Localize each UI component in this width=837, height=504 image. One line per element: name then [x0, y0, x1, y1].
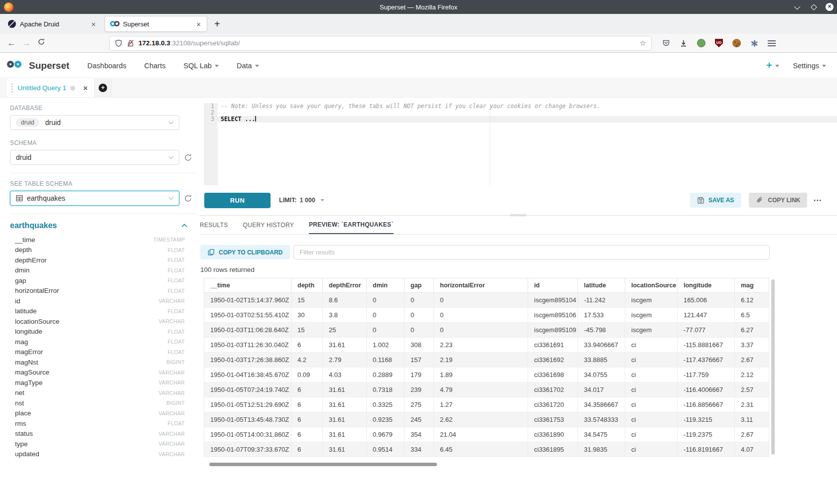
collapse-chevron-icon[interactable]	[181, 224, 187, 228]
table-schema-title[interactable]: earthquakes	[10, 221, 57, 230]
schema-column-row[interactable]: __timeTIMESTAMP	[10, 235, 185, 245]
window-close-button[interactable]: ×	[825, 2, 834, 11]
filter-results-input[interactable]	[293, 245, 770, 259]
table-row[interactable]: 1950-01-05T14:00:31.860Z631.610.96793542…	[204, 427, 769, 442]
table-header-cell[interactable]: depth	[291, 278, 323, 293]
schema-column-row[interactable]: magSourceVARCHAR	[10, 368, 185, 378]
schema-column-row[interactable]: placeVARCHAR	[10, 408, 185, 419]
table-header-cell[interactable]: depthError	[323, 278, 367, 293]
forward-button[interactable]: →	[19, 38, 34, 48]
table-row[interactable]: 1950-01-03T17:26:38.860Z4.22.790.1168157…	[204, 353, 769, 368]
copy-link-button[interactable]: COPY LINK	[749, 193, 807, 208]
downloads-icon[interactable]	[680, 39, 688, 47]
schema-column-row[interactable]: locationSourceVARCHAR	[10, 316, 185, 327]
schema-column-row[interactable]: horizontalErrorFLOAT	[10, 286, 185, 296]
copy-to-clipboard-button[interactable]: COPY TO CLIPBOARD	[200, 245, 290, 259]
query-tab-untitled-1[interactable]: Untitled Query 1 ×	[6, 79, 95, 97]
vertical-scrollbar[interactable]	[771, 279, 775, 455]
nav-dashboards[interactable]: Dashboards	[87, 62, 126, 70]
schema-column-row[interactable]: magErrorFLOAT	[10, 347, 185, 358]
tab-results[interactable]: RESULTS	[200, 216, 228, 234]
table-row[interactable]: 1950-01-03T11:26:30.040Z631.611.0023082.…	[204, 338, 769, 353]
horizontal-scrollbar[interactable]	[209, 463, 437, 466]
schema-column-row[interactable]: magFLOAT	[10, 337, 185, 347]
schema-column-row[interactable]: latitudeFLOAT	[10, 306, 185, 317]
table-header-cell[interactable]: __time	[204, 278, 291, 293]
schema-column-row[interactable]: magTypeVARCHAR	[10, 378, 185, 388]
limit-dropdown[interactable]: LIMIT: 1 000	[279, 197, 324, 204]
table-header-cell[interactable]: longitude	[678, 278, 735, 293]
nav-sql-lab[interactable]: SQL Lab	[183, 62, 219, 70]
extension-privacy-icon[interactable]	[697, 39, 705, 47]
table-header-cell[interactable]: id	[528, 278, 578, 293]
save-as-button[interactable]: SAVE AS	[690, 193, 741, 208]
table-row[interactable]: 1950-01-05T13:45:48.730Z631.610.92352452…	[204, 412, 769, 427]
new-item-button[interactable]: +	[766, 60, 779, 71]
schema-column-row[interactable]: updatedVARCHAR	[10, 449, 185, 460]
schema-column-row[interactable]: idVARCHAR	[10, 296, 185, 306]
browser-tab-superset[interactable]: Superset ×	[105, 16, 207, 32]
sql-code-editor[interactable]: 1 2 3 -- Note: Unless you save your quer…	[199, 98, 837, 185]
cookie-extension-icon[interactable]	[732, 39, 741, 47]
menu-hamburger-icon[interactable]	[768, 40, 776, 46]
table-row[interactable]: 1950-01-04T16:38:45.670Z0.094.030.288917…	[204, 368, 769, 382]
drag-handle-icon[interactable]	[11, 84, 13, 93]
schema-column-row[interactable]: nstBIGINT	[10, 398, 185, 408]
superset-brand[interactable]: Superset	[6, 60, 69, 72]
more-options-button[interactable]: •••	[814, 198, 822, 203]
tracking-shield-icon[interactable]	[115, 39, 123, 47]
table-row[interactable]: 1950-01-02T15:14:37.960Z158.6000iscgem89…	[204, 293, 769, 308]
pocket-icon[interactable]	[662, 39, 670, 47]
tab-preview-earthquakes[interactable]: PREVIEW: `EARTHQUAKES`	[309, 216, 394, 234]
schema-column-row[interactable]: typeVARCHAR	[10, 439, 185, 449]
window-maximize-button[interactable]	[809, 2, 818, 11]
database-select[interactable]: druid druid	[10, 115, 179, 130]
table-row[interactable]: 1950-01-05T07:24:19.740Z631.610.73182394…	[204, 382, 769, 397]
schema-column-row[interactable]: magNstBIGINT	[10, 357, 185, 368]
table-header-cell[interactable]: dmin	[367, 278, 405, 293]
back-button[interactable]: ←	[4, 38, 19, 48]
schema-column-row[interactable]: gapFLOAT	[10, 275, 185, 286]
url-text[interactable]: 172.18.0.3:32108/superset/sqllab/	[139, 39, 640, 47]
add-query-tab-button[interactable]: +	[95, 79, 112, 97]
tab-query-history[interactable]: QUERY HISTORY	[243, 216, 294, 234]
insecure-lock-icon[interactable]	[127, 39, 135, 47]
reload-button[interactable]	[34, 38, 49, 48]
table-row[interactable]: 1950-01-05T12:51:29.690Z631.610.33252751…	[204, 397, 769, 412]
browser-tab-apache-druid[interactable]: Apache Druid ×	[3, 16, 102, 32]
table-row[interactable]: 1950-01-03T02:51:55.410Z303.8000iscgem89…	[204, 308, 769, 323]
tab-close-icon[interactable]: ×	[195, 20, 202, 28]
bookmark-star-icon[interactable]: ☆	[640, 39, 646, 48]
table-cell: 17.533	[578, 308, 625, 323]
schema-column-row[interactable]: depthErrorFLOAT	[10, 255, 185, 265]
schema-column-row[interactable]: statusVARCHAR	[10, 429, 185, 439]
table-header-cell[interactable]: latitude	[578, 278, 625, 293]
nav-charts[interactable]: Charts	[144, 62, 166, 70]
query-tab-close-icon[interactable]: ×	[83, 84, 88, 92]
schema-column-row[interactable]: rmsFLOAT	[10, 418, 185, 429]
table-header-cell[interactable]: gap	[405, 278, 434, 293]
run-button[interactable]: RUN	[204, 193, 271, 208]
table-header-cell[interactable]: mag	[735, 278, 769, 293]
schema-column-row[interactable]: longitudeFLOAT	[10, 327, 185, 337]
new-tab-button[interactable]: +	[214, 18, 220, 30]
url-bar[interactable]: 172.18.0.3:32108/superset/sqllab/ ☆	[110, 36, 651, 50]
window-minimize-button[interactable]	[793, 2, 802, 11]
extension-asterisk-icon[interactable]	[750, 39, 758, 47]
refresh-table-icon[interactable]	[184, 194, 192, 203]
table-row[interactable]: 1950-01-07T09:37:33.670Z631.610.95143346…	[204, 442, 769, 457]
schema-column-row[interactable]: depthFLOAT	[10, 245, 185, 255]
tab-close-icon[interactable]: ×	[90, 20, 97, 28]
table-header-cell[interactable]: locationSource	[625, 278, 678, 293]
resize-handle[interactable]	[510, 213, 526, 217]
schema-column-row[interactable]: dminFLOAT	[10, 265, 185, 276]
table-select[interactable]: earthquakes	[10, 191, 179, 206]
schema-select[interactable]: druid	[10, 150, 179, 165]
ublock-shield-icon[interactable]: UO	[715, 39, 723, 47]
settings-menu[interactable]: Settings	[793, 62, 826, 70]
nav-data[interactable]: Data	[237, 62, 259, 70]
table-row[interactable]: 1950-01-03T11:06:28.640Z1525000iscgem895…	[204, 323, 769, 338]
table-header-cell[interactable]: horizontalError	[434, 278, 528, 293]
refresh-schema-icon[interactable]	[184, 153, 192, 162]
schema-column-row[interactable]: netVARCHAR	[10, 388, 185, 398]
